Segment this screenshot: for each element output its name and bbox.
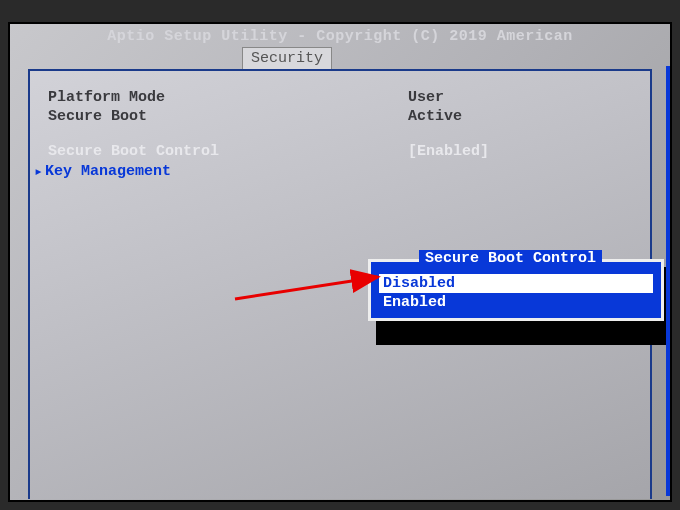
svg-line-1 bbox=[235, 277, 378, 299]
popup-title: Secure Boot Control bbox=[419, 250, 602, 267]
platform-mode-value: User bbox=[408, 89, 444, 106]
bios-screen: Aptio Setup Utility - Copyright (C) 2019… bbox=[8, 22, 672, 502]
popup-option-enabled[interactable]: Enabled bbox=[379, 293, 653, 312]
tab-security[interactable]: Security bbox=[242, 47, 332, 69]
bios-title: Aptio Setup Utility - Copyright (C) 2019… bbox=[10, 24, 670, 47]
secure-boot-row: Secure Boot Active bbox=[48, 108, 632, 125]
tab-bar: Security bbox=[10, 47, 670, 69]
secure-boot-control-label: Secure Boot Control bbox=[48, 143, 408, 160]
secure-boot-control-value: [Enabled] bbox=[408, 143, 489, 160]
right-border bbox=[666, 66, 670, 496]
submenu-arrow-icon: ▸ bbox=[34, 162, 43, 181]
content-panel: Platform Mode User Secure Boot Active Se… bbox=[28, 69, 652, 499]
secure-boot-control-row[interactable]: Secure Boot Control [Enabled] bbox=[48, 143, 632, 160]
key-management-row[interactable]: ▸ Key Management bbox=[34, 162, 632, 181]
platform-mode-row: Platform Mode User bbox=[48, 89, 632, 106]
secure-boot-value: Active bbox=[408, 108, 462, 125]
popup-container: Secure Boot Control Disabled Enabled bbox=[368, 259, 664, 321]
platform-mode-label: Platform Mode bbox=[48, 89, 408, 106]
option-popup: Secure Boot Control Disabled Enabled bbox=[368, 259, 664, 321]
annotation-arrow-icon bbox=[230, 269, 390, 309]
popup-option-disabled[interactable]: Disabled bbox=[379, 274, 653, 293]
secure-boot-label: Secure Boot bbox=[48, 108, 408, 125]
key-management-label: Key Management bbox=[45, 163, 171, 180]
